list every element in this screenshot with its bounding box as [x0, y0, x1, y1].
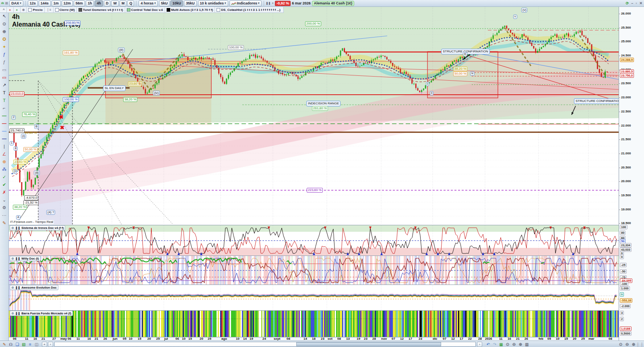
redo-icon[interactable]: ↷	[491, 342, 498, 347]
toggle-precio[interactable]: Precio	[27, 7, 44, 12]
timeframe-button-1m[interactable]: 1m	[52, 0, 61, 6]
panel-header-3[interactable]: ⊗❚❚Awesome Evolution Doc	[10, 285, 58, 290]
timeframe-button-M[interactable]: M	[120, 0, 127, 6]
molecule-tool-icon[interactable]: ⁂	[1, 166, 8, 173]
grid-corner-icon[interactable]: ⋮⋮	[637, 342, 643, 347]
rect-tool-icon[interactable]: ▭	[1, 74, 8, 81]
unit-button-35kU[interactable]: 35kU	[184, 0, 197, 6]
toggle-control-total[interactable]: Control Total Doc v.6	[125, 7, 165, 12]
new-chart-icon[interactable]: ▦	[498, 342, 504, 347]
date-axis[interactable]: 0611162127may0611162126jun0510152025jul0…	[9, 337, 644, 341]
scrollbar-thumb[interactable]	[296, 342, 441, 346]
timeframe-button-D[interactable]: D	[104, 0, 111, 6]
pause-button[interactable]: ❚❚	[266, 2, 271, 5]
symbol-dropdown[interactable]: DAX▾	[9, 0, 23, 6]
list-toggle-icon[interactable]: ⋮≡	[45, 7, 54, 12]
columns-icon[interactable]: ▥	[524, 342, 530, 347]
price-axis[interactable]: - 26.000- 25.500- 25.000- 24.500- 24.000…	[619, 7, 644, 341]
zoom-in-icon[interactable]: ⊕	[517, 342, 524, 347]
indicator-panel-2[interactable]	[9, 256, 619, 285]
share-icon[interactable]: ☊	[8, 342, 14, 347]
minimize-button[interactable]: –	[631, 1, 633, 5]
restore-button[interactable]: ▫	[636, 1, 637, 5]
draw-icon[interactable]: ✎	[1, 342, 8, 347]
timeframe-button-W[interactable]: W	[111, 0, 119, 6]
fibonacci-tool-icon[interactable]: ƒ	[1, 51, 8, 58]
anchor-tool-icon[interactable]: ⌐	[1, 104, 8, 112]
close-panel-icon[interactable]: ⊗	[11, 226, 14, 230]
record-icon[interactable]: ●	[272, 2, 274, 5]
trendline-tool-icon[interactable]: ↗	[1, 81, 8, 89]
timeframe-dropdown[interactable]: 4 horas▾	[138, 0, 158, 6]
timeframe-button-56m[interactable]: 56m	[74, 0, 85, 6]
zoom-fit-corner-icon[interactable]: ⊙	[617, 342, 624, 347]
zoom-fit-icon[interactable]: ⊙	[504, 342, 511, 347]
timeframe-button-1h[interactable]: 1h	[86, 0, 94, 6]
hline-green-icon[interactable]: —	[1, 112, 8, 119]
cursor-icon[interactable]: ↖	[1, 12, 8, 20]
zoom-area-icon[interactable]: ⊕	[1, 28, 8, 35]
gear-icon[interactable]: ⚙	[1, 204, 8, 211]
indicator-panel-3[interactable]	[9, 285, 619, 311]
window-icon[interactable]: ◫	[33, 342, 40, 347]
dashed-rect-tool-icon[interactable]: ▭	[1, 66, 8, 73]
horizontal-scrollbar[interactable]	[54, 342, 476, 347]
close-panel-icon[interactable]: ⊗	[11, 312, 14, 315]
hline-red-icon[interactable]: —	[1, 120, 8, 127]
chat-icon[interactable]: ❏	[14, 342, 21, 347]
timeframe-button-12m[interactable]: 12m	[62, 0, 73, 6]
alarm-icon[interactable]: ✪	[1, 35, 8, 43]
fan-tool-icon[interactable]: ƒ	[1, 58, 8, 66]
circle-tool-icon[interactable]: ⊕	[1, 158, 8, 165]
add-alert-red-icon[interactable]: ＋	[7, 7, 14, 12]
image-icon[interactable]: ▧	[21, 342, 27, 347]
panel-header-1[interactable]: ⊗❚❚Sistema de trenes Doc v4 (f f)	[10, 225, 65, 231]
timeframe-button-144s[interactable]: 144s	[39, 0, 51, 6]
add-alert-green-icon[interactable]: ＋	[14, 7, 21, 12]
more-dots-icon[interactable]: ⋯	[1, 212, 8, 219]
close-panel-icon[interactable]: ⊗	[11, 257, 14, 260]
layout-grid-icon[interactable]: ▦	[5, 2, 8, 5]
units-dropdown[interactable]: 10 k unidades▾	[198, 0, 228, 6]
toggle-tunel-domenec[interactable]: Tunel Domenec v4 (t t t t t)	[77, 7, 125, 12]
list-icon[interactable]: ≡	[27, 342, 33, 347]
angle-tool-icon[interactable]: ∠	[1, 150, 8, 158]
refresh-icon[interactable]: ⟳	[626, 1, 629, 5]
unit-button-5kU[interactable]: 5kU	[159, 0, 170, 6]
scroll-left-button[interactable]: ‹	[48, 342, 53, 347]
unit-button-10kU[interactable]: 10kU	[170, 0, 183, 6]
hline-blue-icon[interactable]: —	[1, 127, 8, 135]
toggle-multi-avisos[interactable]: Multi Avisos (3 f 3 1,5 70 f f)	[165, 7, 215, 12]
toggle-ds-cotashist[interactable]: DS_CotasHist (1 t t t 3 1 1 t f f f f f …	[215, 7, 282, 12]
pencil-icon[interactable]: ✎	[1, 219, 8, 226]
remove-icon[interactable]: ⊗	[21, 7, 27, 12]
collapse-icon[interactable]: ^	[1, 7, 7, 12]
timeframe-button-Q[interactable]: Q	[127, 0, 134, 6]
date-tick: 16	[508, 337, 511, 341]
timeframe-button-4h[interactable]: 4h	[95, 0, 103, 6]
zoom-icon[interactable]: ⊙	[1, 20, 8, 27]
hline-navy-icon[interactable]: —	[1, 135, 8, 142]
confirm-icon[interactable]: ✓	[1, 173, 8, 181]
indicator-panel-4[interactable]	[9, 310, 619, 337]
text-tool-icon[interactable]: T	[1, 89, 8, 96]
panel-header-2[interactable]: ⊗❚❚Willy Doc (t)	[10, 256, 41, 261]
indicators-dropdown[interactable]: Indicadores▾	[229, 0, 262, 6]
panel-header-4[interactable]: ⊗❚❚Barra Fuerza Fondo Mercado v4 (f)	[10, 311, 73, 316]
text-green-tool-icon[interactable]: T	[1, 97, 8, 104]
scroll-far-left-button[interactable]: «	[42, 342, 47, 347]
indicator-panel-1[interactable]	[9, 225, 619, 256]
zoom-out-icon[interactable]: ⊖	[511, 342, 517, 347]
bell-icon[interactable]: ✦	[1, 43, 8, 50]
toggle-cierre[interactable]: Cierre (W)	[54, 7, 77, 12]
zoom-out-corner-icon[interactable]: ⊖	[624, 342, 630, 347]
close-panel-icon[interactable]: ⊗	[11, 286, 14, 289]
delete-icon[interactable]: ✗	[1, 189, 8, 196]
undo-icon[interactable]: ↶	[485, 342, 491, 347]
vline-icon[interactable]: |	[1, 143, 8, 150]
chevron-down-icon[interactable]: ⌄	[1, 196, 8, 204]
thumbs-up-icon[interactable]: ✔	[1, 181, 8, 188]
timeframe-button-12s[interactable]: 12s	[28, 0, 38, 6]
scroll-right-button[interactable]: ›	[477, 342, 482, 347]
close-button[interactable]: ✕	[639, 1, 642, 5]
